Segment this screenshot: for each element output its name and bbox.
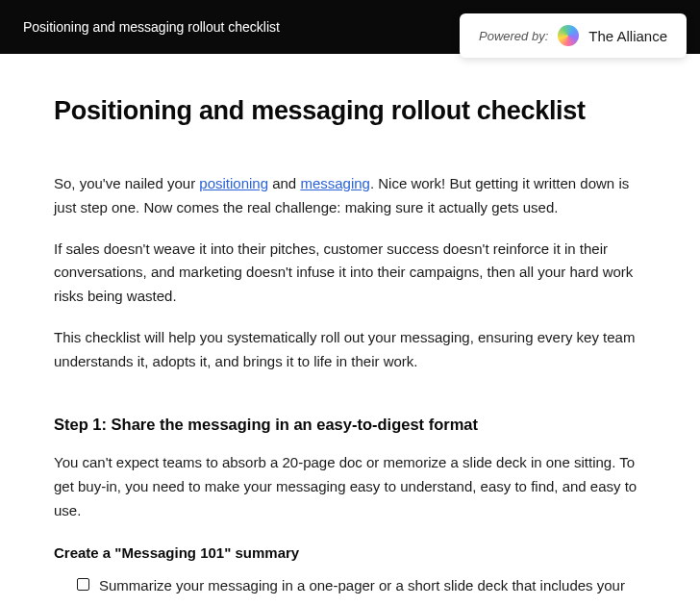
step-1-body: You can't expect teams to absorb a 20-pa… bbox=[54, 451, 646, 522]
intro-text-pre: So, you've nailed your bbox=[54, 175, 199, 191]
powered-by-badge[interactable]: Powered by: The Alliance bbox=[460, 13, 687, 58]
header-bar: Positioning and messaging rollout checkl… bbox=[0, 0, 700, 54]
step-1-heading: Step 1: Share the messaging in an easy-t… bbox=[54, 416, 646, 434]
checkbox-icon[interactable] bbox=[77, 578, 89, 591]
checklist: Summarize your messaging in a one-pager … bbox=[54, 574, 646, 597]
checklist-item-text: Summarize your messaging in a one-pager … bbox=[99, 574, 625, 597]
brand-name: The Alliance bbox=[588, 28, 667, 44]
page-title: Positioning and messaging rollout checkl… bbox=[54, 96, 646, 126]
alliance-logo-icon bbox=[558, 25, 579, 46]
content-area: Positioning and messaging rollout checkl… bbox=[0, 54, 700, 597]
intro-text-mid: and bbox=[268, 175, 300, 191]
intro-paragraph-1: So, you've nailed your positioning and m… bbox=[54, 172, 646, 220]
subsection-heading: Create a "Messaging 101" summary bbox=[54, 544, 646, 561]
intro-paragraph-3: This checklist will help you systematica… bbox=[54, 326, 646, 374]
header-title: Positioning and messaging rollout checkl… bbox=[23, 19, 280, 35]
positioning-link[interactable]: positioning bbox=[199, 175, 268, 191]
checklist-item: Summarize your messaging in a one-pager … bbox=[77, 574, 646, 597]
intro-paragraph-2: If sales doesn't weave it into their pit… bbox=[54, 238, 646, 309]
powered-by-label: Powered by: bbox=[479, 29, 548, 43]
messaging-link[interactable]: messaging bbox=[300, 175, 370, 191]
